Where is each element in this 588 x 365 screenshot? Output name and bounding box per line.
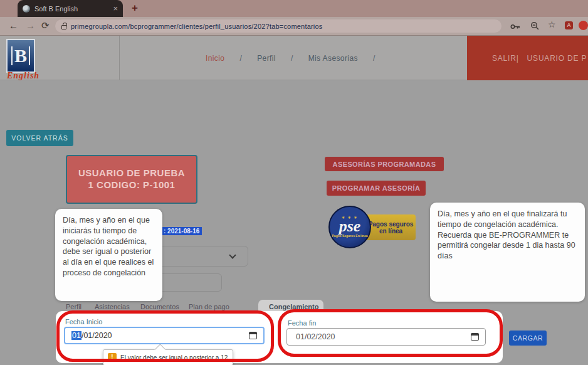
tab-perfil[interactable]: Perfil: [66, 303, 81, 310]
browser-tab[interactable]: Soft B English ×: [18, 0, 123, 17]
logo-letter: B: [14, 46, 27, 65]
nav-item-inicio[interactable]: Inicio: [206, 54, 224, 63]
tooltip-fecha-fin: Día, mes y año en el que finalizará tu t…: [430, 203, 585, 302]
nav-separator: /: [373, 54, 375, 63]
nav-item-perfil[interactable]: Perfil: [257, 54, 276, 63]
logged-user-label: USUARIO DE P: [527, 54, 587, 63]
programar-asesoria-button[interactable]: PROGRAMAR ASESORÍA: [327, 181, 426, 196]
pse-logo-subtext: Pagos Seguros En línea: [332, 234, 368, 238]
nav-separator: /: [239, 54, 242, 63]
address-bar[interactable]: primegroupla.com/bcprogrammer/clientes/p…: [55, 19, 501, 33]
logo-script-text: English: [7, 71, 39, 81]
logo-bar: [29, 46, 30, 65]
cargar-button[interactable]: CARGAR: [509, 331, 547, 346]
url-text[interactable]: primegroupla.com/bcprogrammer/clientes/p…: [71, 23, 323, 30]
main-nav: Inicio / Perfil / Mis Asesorias /: [206, 54, 375, 63]
user-card: USUARIO DE PRUEBA 1 CODIGO: P-1001: [66, 155, 197, 204]
forward-icon[interactable]: →: [26, 20, 35, 31]
zoom-out-page-icon[interactable]: [530, 21, 540, 33]
pse-logo-text: pse: [339, 219, 361, 234]
new-tab-icon[interactable]: +: [132, 2, 138, 14]
favicon-icon: [23, 5, 30, 13]
browser-toolbar: ← → ⟳ primegroupla.com/bcprogrammer/clie…: [0, 17, 588, 36]
asesorias-programadas-button[interactable]: ASESORÍAS PROGRAMADAS: [325, 157, 444, 171]
salir-button[interactable]: SALIR|: [492, 54, 519, 63]
tab-title: Soft B English: [34, 5, 108, 13]
chevron-down-icon: [229, 251, 236, 258]
close-tab-icon[interactable]: ×: [113, 4, 118, 13]
tab-plan-de-pago[interactable]: Plan de pago: [189, 303, 229, 310]
volver-atras-button[interactable]: VOLVER ATRÁS: [6, 130, 73, 146]
site-logo[interactable]: B: [6, 39, 35, 73]
password-key-icon[interactable]: [510, 22, 520, 33]
adobe-extension-icon[interactable]: A: [565, 21, 573, 29]
header-user-box: SALIR| USUARIO DE P: [467, 36, 588, 80]
reload-icon[interactable]: ⟳: [41, 20, 50, 31]
tab-documentos[interactable]: Documentos: [140, 303, 179, 310]
bookmark-star-icon[interactable]: ☆: [548, 19, 556, 29]
annotation-oval-fecha-fin: [278, 309, 503, 357]
pse-logo[interactable]: ∗ ∗ ∗ pse Pagos Seguros En línea: [328, 206, 371, 248]
registration-date-badge: : 2021-08-16: [161, 227, 202, 235]
nav-separator: /: [291, 54, 293, 63]
tab-asistencias[interactable]: Asistencias: [95, 303, 130, 310]
header-divider: [119, 36, 120, 80]
browser-tabstrip: Soft B English × +: [0, 0, 588, 17]
pse-banner: Pagos seguros en línea: [366, 214, 416, 240]
logo-bar: [11, 46, 13, 65]
annotation-oval-fecha-inicio: [56, 310, 274, 362]
profile-avatar[interactable]: [579, 21, 588, 30]
tooltip-fecha-inicio: Día, mes y año en el que iniciarás tu ti…: [55, 209, 162, 301]
back-icon[interactable]: ←: [9, 20, 18, 31]
screenshot-root: Soft B English × + ← → ⟳ primegroupla.co…: [0, 0, 588, 365]
lock-icon: [61, 25, 66, 29]
nav-item-mis-asesorias[interactable]: Mis Asesorias: [308, 54, 358, 63]
